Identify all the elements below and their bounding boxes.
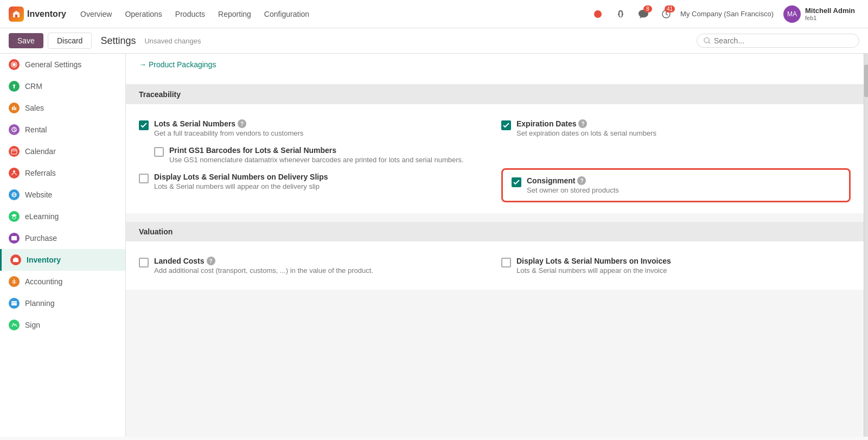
sidebar-label-website: Website (25, 190, 52, 199)
sidebar-label-planning: Planning (25, 299, 55, 308)
nav-products[interactable]: Products (170, 7, 210, 22)
sidebar-label-inventory: Inventory (27, 256, 61, 264)
status-icon[interactable] (589, 5, 607, 23)
inventory-icon (10, 254, 21, 265)
sign-icon (9, 320, 20, 330)
consignment-checkbox[interactable] (512, 177, 521, 187)
consignment-desc: Set owner on stored products (527, 186, 619, 194)
sidebar-item-sign[interactable]: Sign (0, 314, 125, 336)
svg-rect-10 (15, 107, 16, 110)
consignment-help[interactable]: ? (577, 176, 586, 185)
calendar-icon (9, 146, 20, 157)
sidebar-label-calendar: Calendar (25, 147, 56, 156)
user-company: feb1 (805, 15, 855, 21)
website-icon (9, 189, 20, 200)
debug-icon[interactable] (612, 5, 629, 23)
lots-serial-help[interactable]: ? (238, 119, 246, 128)
sidebar-item-elearning[interactable]: eLearning (0, 206, 125, 227)
sidebar: General Settings CRM Sales Rental Calend… (0, 54, 126, 437)
sidebar-item-accounting[interactable]: Accounting (0, 271, 125, 292)
sidebar-item-referrals[interactable]: Referrals (0, 162, 125, 184)
sidebar-item-rental[interactable]: Rental (0, 119, 125, 141)
sidebar-item-general-settings[interactable]: General Settings (0, 54, 125, 75)
expiration-desc: Set expiration dates on lots & serial nu… (516, 129, 656, 137)
sidebar-item-sales[interactable]: Sales (0, 97, 125, 119)
scrollbar[interactable] (864, 54, 868, 437)
lots-serial-desc: Get a full traceability from vendors to … (154, 129, 303, 137)
display-lots-invoices-checkbox[interactable] (501, 258, 511, 267)
sidebar-label-crm: CRM (25, 82, 42, 91)
print-gs1-checkbox[interactable] (154, 147, 164, 157)
lots-serial-title: Lots & Serial Numbers ? (154, 119, 303, 128)
sidebar-item-calendar[interactable]: Calendar (0, 141, 125, 162)
landed-costs-title: Landed Costs ? (154, 257, 373, 265)
sidebar-label-sign: Sign (25, 321, 40, 329)
discard-button[interactable]: Discard (48, 33, 92, 49)
svg-rect-22 (11, 301, 17, 305)
search-input[interactable] (714, 36, 852, 45)
traceability-section: Traceability Lots & Serial Numbers (126, 85, 864, 213)
referrals-icon (9, 168, 20, 178)
display-lots-invoices-desc: Lots & Serial numbers will appear on the… (516, 266, 671, 275)
nav-reporting[interactable]: Reporting (213, 7, 257, 22)
expiration-setting: Expiration Dates ? Set expiration dates … (501, 115, 851, 164)
svg-rect-9 (14, 106, 15, 110)
purchase-icon (9, 233, 20, 244)
brand-label: Inventory (27, 9, 66, 19)
consignment-highlight-box: Consignment ? Set owner on stored produc… (501, 168, 851, 202)
nav-configuration[interactable]: Configuration (259, 7, 315, 22)
clock-icon[interactable]: 41 (658, 5, 675, 23)
clock-badge: 41 (665, 5, 675, 12)
print-gs1-setting: Print GS1 Barcodes for Lots & Serial Num… (154, 146, 488, 164)
sidebar-label-referrals: Referrals (25, 169, 56, 177)
messages-icon[interactable]: 8 (635, 5, 652, 23)
sidebar-label-purchase: Purchase (25, 234, 57, 243)
svg-rect-20 (11, 236, 17, 240)
main-layout: General Settings CRM Sales Rental Calend… (0, 54, 868, 437)
sidebar-item-website[interactable]: Website (0, 184, 125, 206)
nav-overview[interactable]: Overview (75, 7, 117, 22)
print-gs1-title: Print GS1 Barcodes for Lots & Serial Num… (169, 146, 464, 155)
display-lots-delivery-checkbox[interactable] (139, 174, 149, 183)
expiration-checkbox[interactable] (501, 120, 511, 130)
product-packagings-link[interactable]: → Product Packagings (139, 60, 216, 69)
landed-costs-checkbox[interactable] (139, 258, 149, 267)
svg-rect-1 (15, 15, 17, 17)
navbar-right: 8 41 My Company (San Francisco) MA Mitch… (589, 3, 859, 25)
landed-costs-setting: Landed Costs ? Add additional cost (tran… (139, 252, 488, 279)
lots-serial-checkbox[interactable] (139, 120, 149, 130)
traceability-body: Lots & Serial Numbers ? Get a full trace… (126, 104, 864, 213)
svg-line-5 (709, 42, 710, 44)
page-title: Settings (100, 35, 136, 47)
general-settings-icon (9, 59, 20, 70)
search-icon (704, 37, 711, 44)
nav-operations[interactable]: Operations (119, 7, 167, 22)
search-bar[interactable] (697, 34, 859, 48)
sidebar-label-rental: Rental (25, 125, 47, 134)
svg-point-6 (12, 63, 16, 66)
valuation-body: Landed Costs ? Add additional cost (tran… (126, 241, 864, 290)
sidebar-item-inventory[interactable]: Inventory (0, 249, 125, 271)
valuation-section: Valuation Landed Costs ? Add addition (126, 222, 864, 290)
landed-costs-help[interactable]: ? (207, 257, 215, 265)
lots-serial-setting: Lots & Serial Numbers ? Get a full trace… (139, 115, 488, 164)
scrollbar-thumb (864, 65, 868, 97)
navbar: Inventory Overview Operations Products R… (0, 0, 868, 28)
save-button[interactable]: Save (9, 33, 43, 48)
sidebar-item-planning[interactable]: Planning (0, 292, 125, 314)
sidebar-label-accounting: Accounting (25, 277, 62, 286)
expiration-help[interactable]: ? (578, 119, 587, 128)
brand-icon (9, 7, 24, 22)
user-menu[interactable]: MA Mitchell Admin feb1 (779, 3, 859, 25)
rental-icon (9, 124, 20, 135)
sidebar-label-elearning: eLearning (25, 212, 59, 221)
sidebar-item-crm[interactable]: CRM (0, 75, 125, 97)
traceability-header: Traceability (126, 85, 864, 104)
sidebar-label-sales: Sales (25, 104, 44, 112)
consignment-setting-wrapper: Consignment ? Set owner on stored produc… (501, 168, 851, 202)
planning-icon (9, 298, 20, 309)
sidebar-item-purchase[interactable]: Purchase (0, 227, 125, 249)
brand[interactable]: Inventory (9, 7, 66, 22)
display-lots-invoices-title: Display Lots & Serial Numbers on Invoice… (516, 257, 671, 265)
expiration-title: Expiration Dates ? (516, 119, 656, 128)
